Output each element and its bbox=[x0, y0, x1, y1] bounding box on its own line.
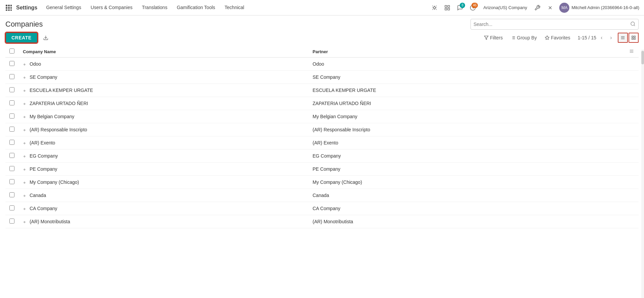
page-header: Companies bbox=[0, 15, 644, 30]
top-nav: Settings General Settings Users & Compan… bbox=[0, 0, 644, 15]
view-toggle bbox=[618, 33, 639, 43]
search-input[interactable] bbox=[473, 22, 630, 27]
favorites-label: Favorites bbox=[551, 35, 570, 40]
svg-marker-20 bbox=[484, 36, 488, 40]
table-row: ⬥ Canada Canada bbox=[5, 189, 639, 202]
company-name-cell-3: ZAPATERIA URTADO ÑERI bbox=[30, 101, 88, 106]
clock-badge: 46 bbox=[471, 3, 478, 8]
nav-menu: General Settings Users & Companies Trans… bbox=[41, 0, 429, 15]
row-checkbox-12[interactable] bbox=[9, 219, 14, 224]
partner-cell-5: (AR) Responsable Inscripto bbox=[309, 123, 626, 136]
row-checkbox-9[interactable] bbox=[9, 179, 14, 184]
company-selector[interactable]: Arizona(US) Company bbox=[480, 5, 530, 10]
drag-handle-4[interactable]: ⬥ bbox=[23, 113, 26, 119]
chat-icon-button[interactable]: 8 bbox=[454, 2, 466, 13]
partner-cell-4: My Belgian Company bbox=[309, 110, 626, 123]
nav-item-technical[interactable]: Technical bbox=[220, 0, 249, 15]
svg-rect-5 bbox=[10, 7, 12, 9]
next-page-button[interactable]: › bbox=[607, 34, 615, 42]
svg-marker-27 bbox=[545, 36, 549, 39]
group-by-button[interactable]: Group By bbox=[507, 33, 540, 42]
apps-menu-button[interactable] bbox=[3, 2, 15, 14]
table-row: ⬥ SE Company SE Company bbox=[5, 71, 639, 84]
row-checkbox-2[interactable] bbox=[9, 87, 14, 92]
drag-handle-8[interactable]: ⬥ bbox=[23, 166, 26, 172]
grid-view-icon-button[interactable] bbox=[442, 2, 453, 13]
drag-handle-5[interactable]: ⬥ bbox=[23, 127, 26, 132]
drag-handle-10[interactable]: ⬥ bbox=[23, 192, 26, 198]
svg-rect-32 bbox=[634, 36, 635, 37]
drag-handle-6[interactable]: ⬥ bbox=[23, 140, 26, 145]
filters-button[interactable]: Filters bbox=[481, 33, 506, 42]
svg-rect-10 bbox=[445, 5, 447, 7]
svg-point-17 bbox=[631, 22, 635, 26]
row-checkbox-5[interactable] bbox=[9, 127, 14, 132]
table-container: Company Name Partner bbox=[0, 46, 644, 228]
company-name-cell-8: PE Company bbox=[30, 166, 57, 172]
create-button[interactable]: CREATE bbox=[5, 32, 38, 43]
table-row: ⬥ CA Company CA Company bbox=[5, 202, 639, 215]
row-checkbox-0[interactable] bbox=[9, 61, 14, 66]
favorites-button[interactable]: Favorites bbox=[541, 33, 574, 42]
svg-rect-31 bbox=[632, 36, 633, 37]
drag-handle-11[interactable]: ⬥ bbox=[23, 205, 26, 211]
bug-icon-button[interactable] bbox=[429, 2, 440, 13]
download-button[interactable] bbox=[40, 34, 51, 42]
row-checkbox-8[interactable] bbox=[9, 166, 14, 171]
partner-cell-7: EG Company bbox=[309, 150, 626, 163]
company-name-cell-10: Canada bbox=[30, 193, 46, 198]
svg-line-18 bbox=[634, 25, 635, 26]
row-checkbox-1[interactable] bbox=[9, 74, 14, 79]
prev-page-button[interactable]: ‹ bbox=[598, 34, 606, 42]
company-name-cell-12: (AR) Monotributista bbox=[30, 219, 70, 224]
svg-rect-2 bbox=[10, 5, 12, 6]
list-view-button[interactable] bbox=[618, 33, 628, 43]
row-checkbox-7[interactable] bbox=[9, 153, 14, 158]
drag-handle-0[interactable]: ⬥ bbox=[23, 61, 26, 67]
drag-handle-12[interactable]: ⬥ bbox=[23, 219, 26, 224]
search-bar[interactable] bbox=[470, 19, 639, 30]
chat-badge: 8 bbox=[460, 3, 465, 8]
row-checkbox-10[interactable] bbox=[9, 192, 14, 197]
nav-item-users-companies[interactable]: Users & Companies bbox=[86, 0, 137, 15]
svg-rect-33 bbox=[632, 38, 633, 39]
col-header-partner[interactable]: Partner bbox=[309, 46, 626, 58]
col-header-company-name[interactable]: Company Name bbox=[19, 46, 309, 58]
col-settings-icon[interactable] bbox=[629, 49, 634, 55]
nav-item-general-settings[interactable]: General Settings bbox=[41, 0, 86, 15]
svg-rect-3 bbox=[6, 7, 7, 9]
pagination: 1-15 / 15 ‹ › bbox=[578, 34, 615, 42]
drag-handle-9[interactable]: ⬥ bbox=[23, 179, 26, 185]
row-checkbox-4[interactable] bbox=[9, 113, 14, 119]
row-checkbox-11[interactable] bbox=[9, 205, 14, 210]
company-name-cell-1: SE Company bbox=[30, 74, 57, 80]
col-settings-header[interactable] bbox=[625, 46, 639, 58]
group-by-label: Group By bbox=[517, 35, 537, 40]
nav-item-translations[interactable]: Translations bbox=[137, 0, 172, 15]
drag-handle-2[interactable]: ⬥ bbox=[23, 87, 26, 93]
wrench-icon-button[interactable] bbox=[532, 2, 543, 13]
company-name-cell-5: (AR) Responsable Inscripto bbox=[30, 127, 87, 132]
pagination-text: 1-15 / 15 bbox=[578, 35, 596, 40]
kanban-view-button[interactable] bbox=[629, 33, 639, 43]
user-menu[interactable]: MA Mitchell Admin (20366964-16-0-all) bbox=[557, 3, 641, 13]
select-all-checkbox[interactable] bbox=[9, 48, 14, 54]
row-checkbox-6[interactable] bbox=[9, 140, 14, 145]
clock-icon-button[interactable]: 46 bbox=[467, 2, 479, 13]
svg-rect-1 bbox=[8, 5, 10, 6]
partner-cell-11: CA Company bbox=[309, 202, 626, 215]
scrollbar[interactable] bbox=[641, 49, 644, 228]
company-name-cell-2: ESCUELA KEMPER URGATE bbox=[30, 88, 93, 93]
drag-handle-3[interactable]: ⬥ bbox=[23, 100, 26, 106]
table-row: ⬥ PE Company PE Company bbox=[5, 163, 639, 176]
svg-rect-0 bbox=[6, 5, 7, 6]
toolbar-right: Filters Group By Favorites 1-15 / 15 ‹ › bbox=[481, 33, 639, 43]
drag-handle-7[interactable]: ⬥ bbox=[23, 153, 26, 159]
drag-handle-1[interactable]: ⬥ bbox=[23, 74, 26, 80]
company-name-cell-6: (AR) Exento bbox=[30, 140, 55, 145]
nav-item-gamification-tools[interactable]: Gamification Tools bbox=[172, 0, 220, 15]
search-icon[interactable] bbox=[630, 21, 636, 28]
row-checkbox-3[interactable] bbox=[9, 100, 14, 105]
table-row: ⬥ (AR) Exento (AR) Exento bbox=[5, 136, 639, 150]
close-icon-button[interactable] bbox=[544, 2, 556, 13]
